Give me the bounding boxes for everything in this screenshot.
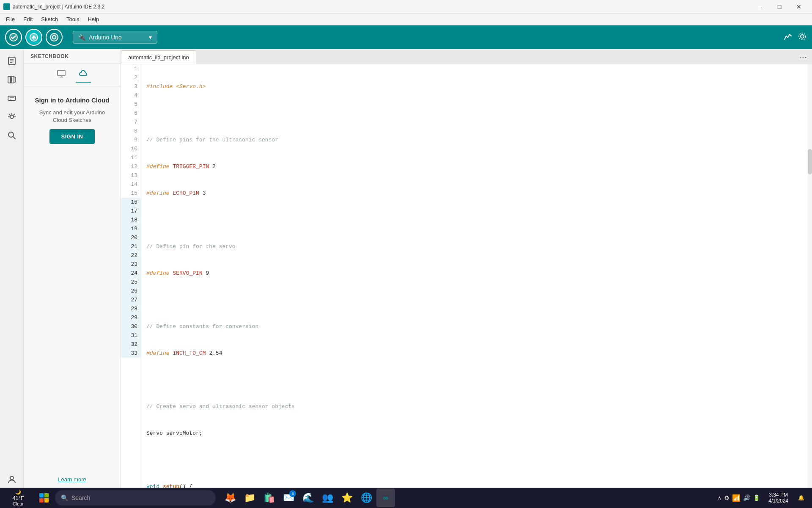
taskbar-app-arduino[interactable]: ∞ [376, 489, 395, 507]
weather-condition: Clear [13, 501, 24, 506]
systray-battery[interactable]: 🔋 [753, 494, 760, 501]
arduino-icon: ∞ [383, 494, 389, 502]
line-num-17: 17 [121, 207, 141, 215]
systray-volume[interactable]: 🔊 [743, 494, 750, 501]
upload-button[interactable] [25, 29, 42, 46]
systray: ∧ ♻ 📶 🔊 🔋 [714, 494, 763, 502]
line-num-20: 20 [121, 233, 141, 242]
sidebar-libraries-icon[interactable] [3, 71, 20, 88]
start-button[interactable] [35, 489, 53, 507]
code-editor[interactable]: 1 2 3 4 5 6 7 8 9 10 11 12 13 14 15 16 1… [121, 64, 812, 493]
tab-more-button[interactable]: ⋯ [794, 50, 812, 64]
taskbar-app-store[interactable]: 🛍️ [260, 489, 278, 507]
sketchbook-title: SKETCHBOOK [24, 49, 121, 64]
taskbar-app-firefox[interactable]: 🦊 [221, 489, 239, 507]
serial-plotter-icon[interactable] [783, 32, 793, 43]
line-num-31: 31 [121, 331, 141, 340]
taskbar-app-files[interactable]: 📁 [240, 489, 259, 507]
svg-point-6 [801, 35, 804, 38]
scrollbar-track[interactable] [808, 64, 812, 493]
svg-line-23 [13, 114, 15, 116]
line-num-5: 5 [121, 100, 141, 109]
maximize-button[interactable]: □ [770, 0, 789, 14]
sign-in-button[interactable]: SIGN IN [49, 129, 95, 144]
taskbar-weather: 🌙 41°F Clear [3, 489, 33, 506]
menu-file[interactable]: File [2, 14, 19, 24]
line-num-10: 10 [121, 144, 141, 153]
disney-icon: ⭐ [341, 492, 353, 503]
menu-help[interactable]: Help [83, 14, 103, 24]
taskbar-notification-button[interactable]: 🔔 [793, 490, 809, 505]
files-icon: 📁 [244, 492, 255, 503]
sidebar-boards-icon[interactable] [3, 90, 20, 107]
verify-button[interactable] [5, 29, 22, 46]
sidebar [0, 49, 24, 493]
line-num-11: 11 [121, 153, 141, 162]
systray-recycle: ♻ [724, 494, 730, 501]
line-num-27: 27 [121, 295, 141, 304]
taskbar-date: 4/1/2024 [768, 498, 788, 504]
taskbar-right: ∧ ♻ 📶 🔊 🔋 3:34 PM 4/1/2024 🔔 [714, 490, 809, 505]
line-num-33: 33 [121, 349, 141, 358]
code-line-9 [146, 295, 812, 304]
line-numbers: 1 2 3 4 5 6 7 8 9 10 11 12 13 14 15 16 1… [121, 64, 141, 493]
code-content[interactable]: #include <Servo.h> // Define pins for th… [141, 64, 812, 493]
systray-wifi[interactable]: 📶 [732, 494, 741, 502]
taskbar-app-mail[interactable]: ✉️ 4 [279, 489, 298, 507]
line-num-16: 16 [121, 198, 141, 207]
editor-tab-main[interactable]: automatic_lid_project.ino [121, 50, 196, 64]
main-area: SKETCHBOOK Sign in to Arduino Cloud Sync… [0, 49, 812, 493]
weather-icon: 🌙 [15, 489, 21, 495]
mail-badge: 4 [289, 490, 296, 497]
debug-button[interactable] [46, 29, 63, 46]
line-num-6: 6 [121, 109, 141, 118]
toolbar: 🔌 Arduino Uno ▾ [0, 25, 812, 49]
sidebar-debug-icon[interactable] [3, 108, 20, 125]
board-selector[interactable]: 🔌 Arduino Uno ▾ [73, 31, 157, 44]
window-controls: ─ □ ✕ [750, 0, 809, 14]
code-line-12 [146, 375, 812, 384]
scrollbar-thumb[interactable] [808, 149, 812, 174]
taskbar-app-edge[interactable]: 🌊 [299, 489, 317, 507]
serial-monitor-icon[interactable] [798, 32, 807, 43]
code-line-8: #define SERVO_PIN 9 [146, 269, 812, 278]
line-num-9: 9 [121, 135, 141, 144]
taskbar-search[interactable]: 🔍 Search [55, 490, 216, 505]
line-num-25: 25 [121, 278, 141, 287]
toolbar-right [783, 32, 807, 43]
win-logo-red [39, 498, 44, 502]
taskbar-clock[interactable]: 3:34 PM 4/1/2024 [765, 492, 792, 504]
close-button[interactable]: ✕ [789, 0, 809, 14]
svg-point-3 [50, 33, 58, 41]
minimize-button[interactable]: ─ [750, 0, 770, 14]
sidebar-account-icon[interactable] [3, 471, 20, 488]
sidebar-search-icon[interactable] [3, 127, 20, 144]
line-num-28: 28 [121, 304, 141, 313]
cloud-tab[interactable] [76, 67, 91, 83]
search-icon: 🔍 [61, 494, 68, 501]
sidebar-sketchbook-icon[interactable] [3, 52, 20, 69]
local-tab[interactable] [54, 67, 69, 83]
cloud-signin-section: Sign in to Arduino Cloud Sync and edit y… [24, 86, 121, 493]
line-num-12: 12 [121, 162, 141, 171]
line-num-32: 32 [121, 340, 141, 349]
taskbar-app-chrome[interactable]: 🌐 [357, 489, 376, 507]
taskbar-app-disney[interactable]: ⭐ [337, 489, 356, 507]
svg-line-22 [9, 114, 11, 116]
store-icon: 🛍️ [263, 492, 275, 503]
windows-logo [39, 493, 49, 502]
code-line-4: #define TRIGGER_PIN 2 [146, 162, 812, 171]
menu-bar: File Edit Sketch Tools Help [0, 14, 812, 25]
learn-more-link[interactable]: Learn more [58, 476, 86, 483]
svg-rect-15 [8, 96, 16, 100]
taskbar-app-teams[interactable]: 👥 [318, 489, 337, 507]
code-line-14: Servo servoMotor; [146, 429, 812, 438]
code-line-7: // Define pin for the servo [146, 242, 812, 251]
line-num-2: 2 [121, 73, 141, 82]
menu-tools[interactable]: Tools [62, 14, 83, 24]
systray-chevron[interactable]: ∧ [718, 495, 721, 501]
menu-sketch[interactable]: Sketch [37, 14, 62, 24]
notification-icon: 🔔 [798, 495, 804, 501]
line-num-7: 7 [121, 118, 141, 127]
menu-edit[interactable]: Edit [19, 14, 37, 24]
